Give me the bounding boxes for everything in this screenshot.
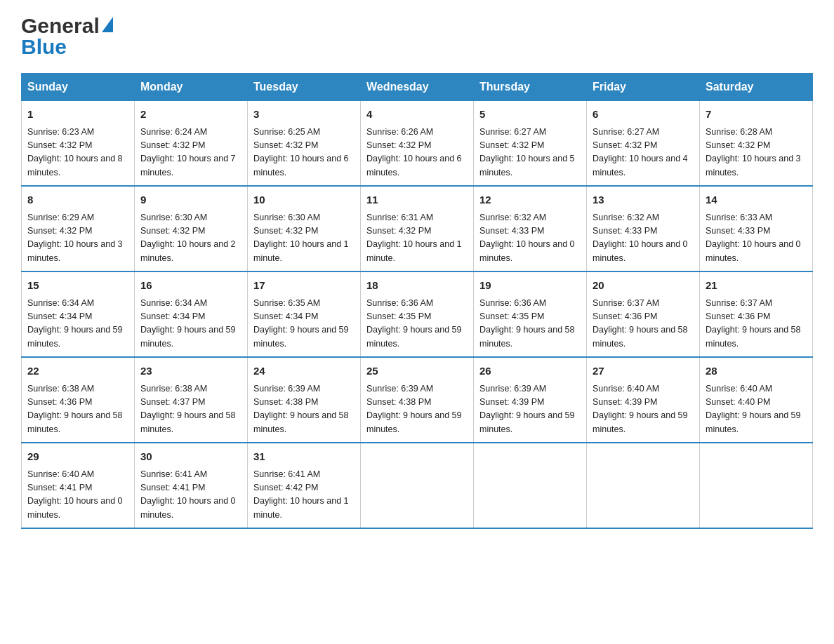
day-info: Sunrise: 6:25 AMSunset: 4:32 PMDaylight:…	[253, 126, 355, 180]
day-info: Sunrise: 6:37 AMSunset: 4:36 PMDaylight:…	[706, 297, 807, 351]
day-info: Sunrise: 6:34 AMSunset: 4:34 PMDaylight:…	[27, 297, 128, 351]
day-cell: 31Sunrise: 6:41 AMSunset: 4:42 PMDayligh…	[248, 443, 361, 528]
day-cell: 9Sunrise: 6:30 AMSunset: 4:32 PMDaylight…	[135, 186, 248, 271]
day-info: Sunrise: 6:39 AMSunset: 4:38 PMDaylight:…	[253, 382, 355, 437]
day-number: 29	[27, 449, 128, 465]
day-info: Sunrise: 6:28 AMSunset: 4:32 PMDaylight:…	[706, 126, 807, 180]
day-cell: 21Sunrise: 6:37 AMSunset: 4:36 PMDayligh…	[700, 271, 813, 357]
day-cell: 17Sunrise: 6:35 AMSunset: 4:34 PMDayligh…	[248, 271, 361, 357]
day-info: Sunrise: 6:34 AMSunset: 4:34 PMDaylight:…	[140, 297, 241, 351]
day-info: Sunrise: 6:31 AMSunset: 4:32 PMDaylight:…	[366, 211, 468, 266]
day-cell: 12Sunrise: 6:32 AMSunset: 4:33 PMDayligh…	[474, 186, 587, 271]
day-info: Sunrise: 6:30 AMSunset: 4:32 PMDaylight:…	[140, 211, 241, 266]
day-info: Sunrise: 6:27 AMSunset: 4:32 PMDaylight:…	[593, 126, 694, 180]
day-number: 18	[366, 278, 468, 294]
day-info: Sunrise: 6:27 AMSunset: 4:32 PMDaylight:…	[479, 126, 581, 180]
logo-blue-text: Blue	[21, 35, 113, 59]
day-cell: 18Sunrise: 6:36 AMSunset: 4:35 PMDayligh…	[361, 271, 474, 357]
day-number: 1	[27, 107, 128, 123]
week-row-5: 29Sunrise: 6:40 AMSunset: 4:41 PMDayligh…	[22, 443, 813, 528]
day-info: Sunrise: 6:39 AMSunset: 4:38 PMDaylight:…	[366, 382, 468, 437]
day-number: 4	[366, 107, 468, 123]
day-cell: 28Sunrise: 6:40 AMSunset: 4:40 PMDayligh…	[700, 357, 813, 443]
header-cell-tuesday: Tuesday	[248, 74, 361, 101]
day-number: 22	[27, 363, 128, 380]
day-info: Sunrise: 6:36 AMSunset: 4:35 PMDaylight:…	[479, 297, 581, 351]
calendar-header: SundayMondayTuesdayWednesdayThursdayFrid…	[22, 74, 813, 101]
week-row-1: 1Sunrise: 6:23 AMSunset: 4:32 PMDaylight…	[22, 101, 813, 187]
day-cell: 11Sunrise: 6:31 AMSunset: 4:32 PMDayligh…	[361, 186, 474, 271]
day-info: Sunrise: 6:38 AMSunset: 4:37 PMDaylight:…	[140, 382, 241, 437]
day-info: Sunrise: 6:23 AMSunset: 4:32 PMDaylight:…	[27, 126, 128, 180]
day-cell	[700, 443, 813, 528]
day-info: Sunrise: 6:32 AMSunset: 4:33 PMDaylight:…	[593, 211, 694, 266]
day-info: Sunrise: 6:30 AMSunset: 4:32 PMDaylight:…	[253, 211, 355, 266]
day-cell: 27Sunrise: 6:40 AMSunset: 4:39 PMDayligh…	[587, 357, 700, 443]
header-cell-monday: Monday	[135, 74, 248, 101]
day-number: 27	[593, 363, 694, 380]
day-cell: 26Sunrise: 6:39 AMSunset: 4:39 PMDayligh…	[474, 357, 587, 443]
day-cell: 22Sunrise: 6:38 AMSunset: 4:36 PMDayligh…	[22, 357, 135, 443]
calendar-table: SundayMondayTuesdayWednesdayThursdayFrid…	[21, 73, 813, 529]
day-cell: 25Sunrise: 6:39 AMSunset: 4:38 PMDayligh…	[361, 357, 474, 443]
day-number: 23	[140, 363, 241, 380]
header-cell-saturday: Saturday	[700, 74, 813, 101]
day-info: Sunrise: 6:40 AMSunset: 4:39 PMDaylight:…	[593, 382, 694, 437]
day-number: 9	[140, 192, 241, 208]
day-number: 24	[253, 363, 355, 380]
day-info: Sunrise: 6:29 AMSunset: 4:32 PMDaylight:…	[27, 211, 128, 266]
calendar-body: 1Sunrise: 6:23 AMSunset: 4:32 PMDaylight…	[22, 101, 813, 529]
logo-arrow-icon	[102, 17, 113, 32]
day-cell: 13Sunrise: 6:32 AMSunset: 4:33 PMDayligh…	[587, 186, 700, 271]
day-info: Sunrise: 6:32 AMSunset: 4:33 PMDaylight:…	[479, 211, 581, 266]
header-row: SundayMondayTuesdayWednesdayThursdayFrid…	[22, 74, 813, 101]
day-cell: 24Sunrise: 6:39 AMSunset: 4:38 PMDayligh…	[248, 357, 361, 443]
day-cell: 3Sunrise: 6:25 AMSunset: 4:32 PMDaylight…	[248, 101, 361, 187]
week-row-3: 15Sunrise: 6:34 AMSunset: 4:34 PMDayligh…	[22, 271, 813, 357]
day-cell: 23Sunrise: 6:38 AMSunset: 4:37 PMDayligh…	[135, 357, 248, 443]
day-cell: 19Sunrise: 6:36 AMSunset: 4:35 PMDayligh…	[474, 271, 587, 357]
day-info: Sunrise: 6:40 AMSunset: 4:41 PMDaylight:…	[27, 468, 128, 523]
day-number: 10	[253, 192, 355, 208]
day-number: 16	[140, 278, 241, 294]
day-number: 7	[706, 107, 807, 123]
header-cell-friday: Friday	[587, 74, 700, 101]
day-number: 17	[253, 278, 355, 294]
week-row-4: 22Sunrise: 6:38 AMSunset: 4:36 PMDayligh…	[22, 357, 813, 443]
header-cell-wednesday: Wednesday	[361, 74, 474, 101]
day-number: 11	[366, 192, 468, 208]
day-cell: 20Sunrise: 6:37 AMSunset: 4:36 PMDayligh…	[587, 271, 700, 357]
logo-row1: General	[21, 14, 113, 38]
day-cell: 30Sunrise: 6:41 AMSunset: 4:41 PMDayligh…	[135, 443, 248, 528]
day-number: 31	[253, 449, 355, 465]
day-cell	[474, 443, 587, 528]
header-cell-sunday: Sunday	[22, 74, 135, 101]
day-number: 13	[593, 192, 694, 208]
day-number: 19	[479, 278, 581, 294]
day-info: Sunrise: 6:39 AMSunset: 4:39 PMDaylight:…	[479, 382, 581, 437]
day-cell: 8Sunrise: 6:29 AMSunset: 4:32 PMDaylight…	[22, 186, 135, 271]
day-info: Sunrise: 6:36 AMSunset: 4:35 PMDaylight:…	[366, 297, 468, 351]
day-cell: 7Sunrise: 6:28 AMSunset: 4:32 PMDaylight…	[700, 101, 813, 187]
day-info: Sunrise: 6:35 AMSunset: 4:34 PMDaylight:…	[253, 297, 355, 351]
day-info: Sunrise: 6:24 AMSunset: 4:32 PMDaylight:…	[140, 126, 241, 180]
day-number: 3	[253, 107, 355, 123]
day-number: 30	[140, 449, 241, 465]
day-info: Sunrise: 6:33 AMSunset: 4:33 PMDaylight:…	[706, 211, 807, 266]
day-number: 15	[27, 278, 128, 294]
day-cell: 15Sunrise: 6:34 AMSunset: 4:34 PMDayligh…	[22, 271, 135, 357]
day-info: Sunrise: 6:40 AMSunset: 4:40 PMDaylight:…	[706, 382, 807, 437]
week-row-2: 8Sunrise: 6:29 AMSunset: 4:32 PMDaylight…	[22, 186, 813, 271]
day-cell: 6Sunrise: 6:27 AMSunset: 4:32 PMDaylight…	[587, 101, 700, 187]
day-info: Sunrise: 6:26 AMSunset: 4:32 PMDaylight:…	[366, 126, 468, 180]
day-number: 12	[479, 192, 581, 208]
day-number: 20	[593, 278, 694, 294]
day-number: 5	[479, 107, 581, 123]
day-info: Sunrise: 6:38 AMSunset: 4:36 PMDaylight:…	[27, 382, 128, 437]
day-cell: 5Sunrise: 6:27 AMSunset: 4:32 PMDaylight…	[474, 101, 587, 187]
day-cell: 1Sunrise: 6:23 AMSunset: 4:32 PMDaylight…	[22, 101, 135, 187]
day-info: Sunrise: 6:37 AMSunset: 4:36 PMDaylight:…	[593, 297, 694, 351]
day-number: 8	[27, 192, 128, 208]
day-number: 26	[479, 363, 581, 380]
logo: General Blue	[21, 14, 113, 59]
